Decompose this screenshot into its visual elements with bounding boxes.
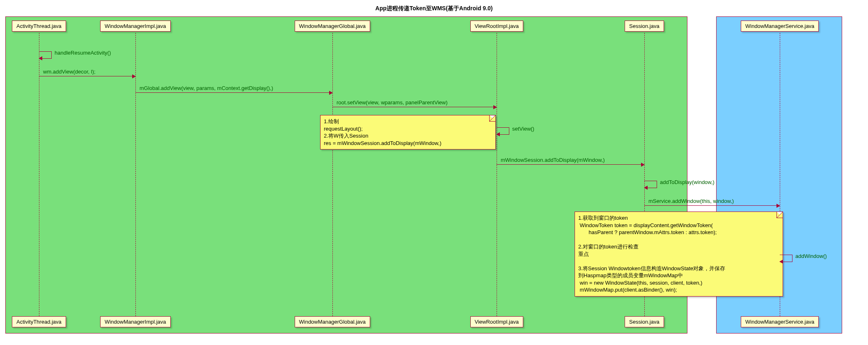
msg-label-1: wm.addView(decor, l); xyxy=(43,69,96,75)
msg-label-3: root.setView(view, wparams, panelParentV… xyxy=(337,99,447,106)
note-1: 1.获取到窗口的token WindowToken token = displa… xyxy=(575,212,783,297)
arrow-1 xyxy=(39,76,135,76)
self-arrow-0 xyxy=(39,51,52,59)
lifeline-p0 xyxy=(39,33,39,316)
lifeline-p2 xyxy=(332,33,333,316)
participant-p1-top: WindowManagerImpl.java xyxy=(100,21,171,32)
arrow-7 xyxy=(644,205,780,206)
self-arrow-8 xyxy=(780,255,792,262)
msg-label-7: mService.addWindow(this, window,) xyxy=(648,198,734,204)
diagram-title: App进程传递Token至WMS(基于Android 9.0) xyxy=(4,5,864,12)
participant-p2-top: WindowManagerGlobal.java xyxy=(295,21,371,32)
participant-p5-top: WindowManagerService.java xyxy=(741,21,819,32)
arrow-3 xyxy=(332,107,497,107)
msg-label-4: setView() xyxy=(512,126,534,132)
participant-p3-top: ViewRootImpl.java xyxy=(470,21,523,32)
msg-label-2: mGlobal.addView(view, params, mContext.g… xyxy=(140,85,273,91)
msg-label-5: mWindowSession.addToDisplay(mWindow,) xyxy=(501,157,605,163)
participant-p1-bottom: WindowManagerImpl.java xyxy=(100,316,171,327)
participant-p2-bottom: WindowManagerGlobal.java xyxy=(295,316,371,327)
self-arrow-6 xyxy=(644,181,657,188)
participant-p0-top: ActivityThread.java xyxy=(12,21,66,32)
self-arrow-4 xyxy=(497,127,509,135)
participant-p4-top: Session.java xyxy=(625,21,664,32)
arrow-2 xyxy=(135,92,332,93)
participant-p4-bottom: Session.java xyxy=(625,316,664,327)
participant-p0-bottom: ActivityThread.java xyxy=(12,316,66,327)
arrow-5 xyxy=(497,164,644,165)
lifeline-p3 xyxy=(497,33,497,316)
note-0: 1.绘制 requestLayout(); 2.将W传入Session res … xyxy=(320,115,496,150)
participant-p5-bottom: WindowManagerService.java xyxy=(741,316,819,327)
msg-label-0: handleResumeActivity() xyxy=(55,50,111,56)
msg-label-6: addToDisplay(window,) xyxy=(660,179,715,185)
participant-p3-bottom: ViewRootImpl.java xyxy=(470,316,523,327)
msg-label-8: addWindow() xyxy=(795,253,827,259)
